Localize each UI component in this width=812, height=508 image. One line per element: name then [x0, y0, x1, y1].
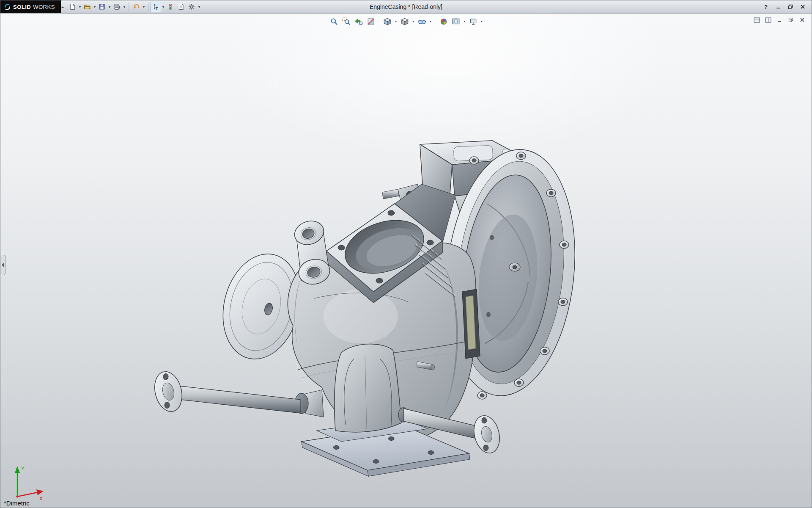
zoom-to-area-icon — [342, 17, 351, 26]
undo-button[interactable] — [131, 2, 142, 12]
triad-y-arrow — [15, 466, 20, 473]
rebuild-button[interactable] — [165, 2, 176, 12]
print-icon — [113, 3, 120, 10]
view-settings-dropdown[interactable]: ▾ — [480, 19, 484, 23]
doc-restore-icon — [788, 17, 793, 22]
triad-y-label: Y — [21, 466, 25, 472]
select-cursor-icon — [152, 3, 159, 10]
previous-view-button[interactable] — [353, 16, 364, 27]
graphics-area[interactable]: ▾ ▾ ▾ — [0, 14, 812, 508]
edit-appearance-button[interactable] — [438, 16, 449, 27]
window-split-icon — [765, 17, 771, 23]
rebuild-icon — [167, 3, 174, 10]
file-properties-button[interactable] — [176, 2, 187, 12]
display-style-button[interactable] — [399, 16, 410, 27]
save-button[interactable] — [97, 2, 107, 12]
display-style-icon — [401, 17, 409, 26]
new-document-dropdown[interactable]: ▾ — [78, 5, 82, 9]
triad-origin — [16, 496, 19, 498]
standard-toolbar: ▾ ▾ ▾ ▾ ▾ — [67, 2, 201, 12]
zoom-to-fit-button[interactable] — [328, 16, 340, 27]
view-settings-icon — [469, 17, 477, 26]
print-button[interactable] — [112, 2, 122, 12]
doc-close-button[interactable] — [798, 16, 807, 24]
display-style-dropdown[interactable]: ▾ — [411, 19, 415, 23]
doc-minimize-icon — [777, 17, 782, 22]
hide-show-items-button[interactable] — [416, 16, 428, 27]
apply-scene-dropdown[interactable]: ▾ — [462, 19, 466, 23]
options-button[interactable] — [187, 2, 197, 12]
collapse-arrow-icon — [1, 262, 4, 268]
toolbar-separator — [129, 3, 129, 11]
engine-casing-model[interactable] — [0, 0, 812, 508]
select-button[interactable] — [151, 2, 161, 12]
restore-button[interactable] — [786, 3, 795, 11]
feature-panel-collapse-tab[interactable] — [0, 255, 5, 275]
section-view-icon — [367, 17, 375, 26]
document-title: EngineCasing * [Read-only] — [370, 0, 442, 13]
brand-solid: SOLID — [13, 4, 31, 10]
minimize-icon — [776, 4, 781, 9]
title-bar: SOLIDWORKS ▸ ▾ ▾ ▾ — [0, 0, 812, 14]
help-button[interactable]: ? — [761, 3, 771, 11]
save-icon — [99, 3, 105, 10]
brand-works: WORKS — [33, 4, 55, 10]
model-left-rod — [151, 369, 324, 417]
solidworks-window: { "window": { "title": "EngineCasing * [… — [0, 0, 812, 508]
triad-x-arrow — [36, 489, 44, 495]
heads-up-toolbar: ▾ ▾ ▾ — [328, 16, 484, 27]
document-window-controls — [752, 16, 807, 24]
hide-show-glasses-icon — [418, 17, 426, 26]
doc-window-2-button[interactable] — [764, 16, 772, 24]
zoom-to-area-button[interactable] — [340, 16, 352, 27]
doc-minimize-button[interactable] — [775, 16, 784, 24]
menu-expand-arrow[interactable]: ▸ — [62, 5, 64, 9]
close-icon — [800, 4, 805, 9]
doc-window-1-button[interactable] — [752, 16, 761, 24]
doc-restore-button[interactable] — [787, 16, 795, 24]
ds-swirl-icon — [4, 3, 11, 11]
minimize-button[interactable] — [774, 3, 783, 11]
select-dropdown[interactable]: ▾ — [161, 5, 165, 9]
view-orientation-button[interactable] — [381, 16, 393, 27]
toolbar-separator — [148, 3, 148, 11]
view-orientation-dropdown[interactable]: ▾ — [394, 19, 398, 23]
options-gear-icon — [188, 3, 195, 10]
edit-appearance-ball-icon — [439, 17, 448, 26]
view-orientation-label: *Dimetric — [4, 500, 30, 507]
previous-view-icon — [354, 17, 363, 26]
orientation-triad: Y X — [7, 460, 47, 502]
open-button[interactable] — [82, 2, 93, 12]
apply-scene-button[interactable] — [450, 16, 461, 27]
hide-show-items-dropdown[interactable]: ▾ — [428, 19, 433, 23]
new-document-button[interactable] — [67, 2, 78, 12]
undo-icon — [133, 3, 140, 10]
new-document-icon — [69, 3, 76, 10]
view-orientation-cube-icon — [383, 17, 392, 26]
print-dropdown[interactable]: ▾ — [122, 5, 126, 9]
solidworks-logo: SOLIDWORKS — [0, 0, 61, 13]
apply-scene-icon — [452, 17, 460, 26]
save-dropdown[interactable]: ▾ — [107, 5, 112, 9]
section-view-button[interactable] — [365, 16, 376, 27]
close-button[interactable] — [798, 3, 807, 11]
open-folder-icon — [84, 3, 91, 10]
open-dropdown[interactable]: ▾ — [93, 5, 97, 9]
file-properties-icon — [178, 3, 184, 10]
restore-icon — [788, 4, 793, 9]
view-settings-button[interactable] — [467, 16, 479, 27]
options-dropdown[interactable]: ▾ — [197, 5, 201, 9]
triad-x-label: X — [39, 496, 43, 502]
window-controls: ? — [761, 3, 812, 11]
doc-close-icon — [800, 17, 805, 22]
window-tile-icon — [754, 17, 760, 23]
zoom-to-fit-icon — [330, 17, 338, 26]
undo-dropdown[interactable]: ▾ — [142, 5, 146, 9]
